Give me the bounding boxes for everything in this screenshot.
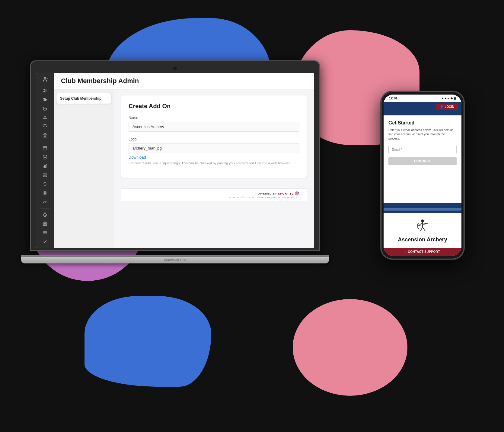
sidebar-camera-icon[interactable]: [39, 131, 51, 139]
sidebar-users-icon[interactable]: [39, 87, 51, 95]
sidebar-divider: [40, 142, 49, 142]
scene: Club Membership Admin Setup Club Members…: [0, 0, 504, 432]
get-started-title: Get Started: [388, 120, 457, 126]
svg-rect-7: [43, 166, 44, 168]
iphone-status-bar: 12:01 ▲▲▲ ◈ ▓: [384, 95, 461, 102]
iphone-get-started: Get Started Enter your email address bel…: [384, 115, 461, 203]
sidebar-divider2: [40, 208, 49, 208]
sport80-label: SPORT:80: [278, 192, 293, 195]
blob-blue-bottom: [85, 296, 211, 387]
sidebar-list-icon[interactable]: [39, 229, 51, 237]
logo-field-group: Logo Download For best results, use a sq…: [129, 137, 299, 165]
macbook: Club Membership Admin Setup Club Members…: [30, 60, 326, 272]
signal-icon: ▲▲▲: [442, 97, 450, 100]
battery-icon: ▓: [454, 97, 456, 100]
sidebar-graduation2-icon[interactable]: [39, 105, 51, 112]
sidebar-trophy-icon[interactable]: [39, 122, 51, 130]
svg-point-10: [43, 173, 47, 177]
sidebar-graph-icon[interactable]: [39, 198, 51, 206]
wifi-icon: ◈: [451, 97, 453, 100]
sidebar-target-icon[interactable]: [39, 171, 51, 179]
sidebar-check-icon[interactable]: [39, 238, 51, 246]
iphone: 12:01 ▲▲▲ ◈ ▓ 👤 LOGIN: [380, 91, 465, 260]
sidebar-eye-icon[interactable]: [39, 189, 51, 197]
iphone-app-header: 👤 LOGIN: [384, 102, 461, 112]
iphone-time: 12:01: [389, 96, 397, 100]
sidebar-cart-icon[interactable]: [39, 153, 51, 161]
svg-point-20: [421, 219, 424, 222]
macbook-label: MacBook Pro: [164, 258, 186, 262]
download-link[interactable]: Download: [129, 155, 299, 160]
page-title: Club Membership Admin: [61, 77, 307, 85]
sidebar-calendar-icon[interactable]: [39, 144, 51, 152]
sport80-icon: 🎯: [295, 191, 299, 195]
blob-pink-bottom: [293, 299, 407, 396]
name-input[interactable]: [129, 122, 299, 132]
iphone-mid-stripe-top: [384, 203, 461, 208]
email-input[interactable]: [388, 145, 457, 154]
macbook-base: MacBook Pro: [21, 257, 329, 263]
iphone-bottom-bar: + CONTACT SUPPORT: [384, 248, 461, 256]
logo-input[interactable]: [129, 143, 299, 153]
iphone-blue-stripe1: [384, 112, 461, 114]
sidebar-timer-icon[interactable]: [39, 211, 51, 219]
sidebar-dollar-icon[interactable]: [39, 180, 51, 188]
svg-line-24: [420, 227, 423, 231]
iphone-screen: 12:01 ▲▲▲ ◈ ▓ 👤 LOGIN: [384, 95, 461, 256]
svg-rect-5: [43, 147, 47, 150]
svg-point-16: [44, 223, 46, 224]
logo-label: Logo: [129, 137, 299, 141]
card-title: Create Add On: [129, 103, 299, 110]
sidebar-camp-icon[interactable]: [39, 114, 51, 121]
name-label: Name: [129, 116, 299, 120]
login-button[interactable]: 👤 LOGIN: [436, 104, 458, 110]
iphone-mid-stripe-mid: [384, 208, 461, 211]
archery-logo: [415, 218, 430, 234]
sidebar-chart-icon[interactable]: [39, 162, 51, 170]
svg-point-1: [43, 89, 45, 90]
macbook-bezel: Club Membership Admin Setup Club Members…: [30, 60, 320, 251]
login-label: LOGIN: [445, 105, 454, 108]
iphone-body: 12:01 ▲▲▲ ◈ ▓ 👤 LOGIN: [380, 91, 465, 260]
right-panel: Create Add On Name Logo Download For: [114, 89, 314, 248]
svg-point-2: [45, 89, 46, 91]
iphone-mid-stripe-bot: [384, 211, 461, 213]
get-started-desc: Enter your email address below. This wil…: [388, 128, 457, 141]
footer-area: POWERED BY SPORT:80 🎯 COPYRIGHT © 2023, …: [121, 182, 307, 201]
svg-rect-9: [46, 164, 47, 168]
svg-rect-8: [45, 165, 46, 168]
svg-point-12: [45, 175, 46, 176]
club-name: Ascension Archery: [398, 237, 447, 243]
screen-footer: POWERED BY SPORT:80 🎯 COPYRIGHT © 2023, …: [121, 189, 307, 201]
macbook-camera: [173, 67, 177, 70]
svg-point-0: [44, 77, 46, 79]
setup-club-membership-button[interactable]: Setup Club Membership: [56, 93, 111, 104]
svg-point-11: [44, 174, 46, 176]
svg-point-14: [44, 192, 46, 194]
sidebar: [36, 73, 54, 248]
left-panel: Setup Club Membership: [54, 89, 114, 248]
contact-support-button[interactable]: + CONTACT SUPPORT: [386, 250, 459, 253]
iphone-club-section: Ascension Archery: [384, 213, 461, 248]
sidebar-graduation1-icon[interactable]: [39, 95, 51, 103]
sidebar-logo[interactable]: [39, 75, 51, 83]
macbook-screen: Club Membership Admin Setup Club Members…: [36, 73, 314, 248]
svg-point-4: [44, 135, 46, 137]
page-header: Club Membership Admin: [54, 73, 314, 89]
name-field-group: Name: [129, 116, 299, 132]
main-content: Club Membership Admin Setup Club Members…: [54, 73, 314, 248]
footer-powered: POWERED BY SPORT:80 🎯: [129, 191, 299, 195]
logo-hint: For best results, use a square logo. Thi…: [129, 161, 299, 165]
iphone-status-icons: ▲▲▲ ◈ ▓: [442, 97, 456, 100]
content-area: Setup Club Membership Create Add On Name: [54, 89, 314, 248]
create-addon-card: Create Add On Name Logo Download For: [121, 95, 307, 178]
user-icon: 👤: [440, 105, 443, 108]
continue-button[interactable]: CONTINUE: [388, 157, 457, 165]
footer-copyright: COPYRIGHT © 2023, ALL RIGHTS RESERVED SP…: [129, 196, 299, 199]
svg-line-25: [423, 227, 425, 231]
sidebar-settings-icon[interactable]: [39, 220, 51, 228]
